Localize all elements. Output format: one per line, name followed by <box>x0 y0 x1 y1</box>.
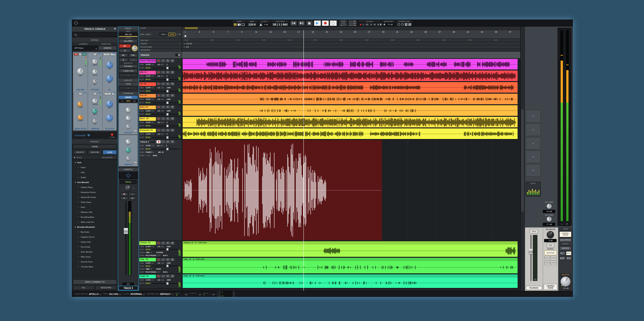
module-button[interactable]: PAD <box>74 53 78 56</box>
record-arm-button[interactable] <box>157 117 161 120</box>
go-to-end-button[interactable] <box>298 20 305 26</box>
talkback-fader-cap[interactable] <box>529 249 533 254</box>
clip-name-label[interactable]: Clap _01 <box>184 258 191 261</box>
global-record-icon[interactable] <box>360 24 362 25</box>
pan-value[interactable]: C <box>166 145 167 147</box>
markers-row-label[interactable]: MARKERS <box>140 49 150 51</box>
track-header[interactable]: Arp_01ISMVIEWCLIPSVOL-2.6100L100RAUTOREA… <box>139 93 182 105</box>
unison-slot[interactable]: Neve 88RS <box>119 39 138 43</box>
automation-mode-button[interactable]: READ <box>120 180 137 184</box>
clock-select[interactable]: INTERNAL <box>131 293 144 295</box>
inserts-section-header[interactable]: INSERTS <box>118 167 139 171</box>
record-arm-button[interactable] <box>157 140 161 143</box>
view-value[interactable]: CLIPS <box>146 98 151 100</box>
track-volume-slider[interactable] <box>152 79 180 80</box>
add-tape-button[interactable]: + <box>119 86 138 90</box>
save-button[interactable]: SAVE <box>103 150 117 155</box>
monitor-db-value[interactable]: -75 dB <box>386 23 394 26</box>
stop-button[interactable] <box>306 20 313 26</box>
view-value[interactable]: CLIPS <box>146 145 151 147</box>
track-lane[interactable] <box>182 140 520 241</box>
track-i-button[interactable]: I <box>161 129 165 132</box>
vol-value[interactable]: -2.6 <box>157 98 160 100</box>
console-module[interactable]: 550LDYN/SCINLMFLFEQ FILTER <box>102 92 116 131</box>
module-knob[interactable] <box>92 99 97 104</box>
console-search-input[interactable] <box>73 32 117 37</box>
console-module[interactable]: 560LPRESNTYPEHFHMFEQ <box>102 52 116 91</box>
out-value[interactable]: MAIN <box>153 155 157 157</box>
track-header[interactable]: Bass _01ISMVIEWCLIPSVOL-2.6PANCAUTOREAD <box>139 116 182 128</box>
utility-section-header[interactable]: UTILITY <box>118 78 139 82</box>
strip-m-button[interactable]: M <box>129 197 136 200</box>
dim-amount-knob[interactable] <box>547 231 554 238</box>
audio-clip[interactable] <box>183 70 518 81</box>
module-knob[interactable] <box>93 119 97 123</box>
track-lane[interactable] <box>182 128 520 140</box>
view-value[interactable]: CLIPS <box>146 121 151 123</box>
favorites-label[interactable]: FAVORITES <box>102 157 113 159</box>
dim-button[interactable]: DIM <box>547 243 554 248</box>
source-monitor-button[interactable]: MONITOR <box>544 251 557 255</box>
mono-button[interactable]: MONO <box>559 256 565 260</box>
audio-clip[interactable] <box>183 59 518 69</box>
global-badge[interactable]: I <box>363 23 364 26</box>
magnet-snap-icon[interactable]: ∩ <box>176 33 178 35</box>
warp-value[interactable]: POLYPHONIC <box>146 254 157 256</box>
pan-value[interactable]: 100R <box>166 87 170 89</box>
signature-value[interactable]: 4/4 <box>186 46 189 48</box>
module-knob[interactable] <box>106 75 113 82</box>
follow-playhead-icon[interactable]: ⇥ <box>178 33 180 36</box>
line-in-button[interactable]: IN <box>119 49 131 53</box>
auto-mode-value[interactable]: READ <box>146 265 150 267</box>
track-name[interactable]: 808_01 <box>139 71 156 74</box>
markers-lane[interactable] <box>182 49 520 52</box>
close-icon[interactable]: ✕ <box>114 27 116 30</box>
console-module[interactable]: GATE/EXPIN <box>118 103 138 135</box>
module-knob[interactable] <box>106 62 113 68</box>
preset-item[interactable]: Kick1 <box>72 165 117 170</box>
preset-group[interactable]: ▾Brendan Morawski <box>72 224 117 229</box>
track-lane[interactable] <box>182 116 520 128</box>
preset-item[interactable]: Thunder Bass <box>72 264 117 269</box>
track-m-button[interactable]: M <box>170 140 174 143</box>
module-in-button[interactable]: IN <box>134 161 137 163</box>
pan-value[interactable]: 100R <box>166 110 170 112</box>
module-button[interactable]: DYN/SC <box>104 92 111 95</box>
mode-value[interactable]: TIME <box>146 252 150 253</box>
track-lane[interactable]: Chimes_01G ♪ 0.00 semi <box>182 241 520 257</box>
loop-ruler[interactable] <box>182 26 520 30</box>
rename-button[interactable]: RENAME <box>88 150 102 155</box>
preset-item[interactable]: Smooth Keys <box>72 259 117 264</box>
audio-device-select[interactable]: APOLLO <box>89 293 100 295</box>
in-value[interactable]: B S/PDIF <box>156 252 163 253</box>
vertical-scrollbar[interactable] <box>521 26 525 291</box>
vol-value[interactable]: -2.6 <box>157 279 160 281</box>
view-value[interactable]: CLIPS <box>146 87 151 89</box>
track-i-button[interactable]: I <box>161 242 165 245</box>
slider-handle[interactable] <box>166 78 168 81</box>
preset-item[interactable]: Big Snare <box>72 229 117 234</box>
vol-value[interactable]: -2.6 <box>157 75 160 77</box>
record-button[interactable] <box>322 20 329 26</box>
console-section-header[interactable]: CONSOLE <box>118 91 139 95</box>
bar-ruler[interactable]: 1357911131517192123252729313335373941434… <box>182 30 520 39</box>
grid-setting-button[interactable]: GRID ▾ <box>160 33 167 36</box>
warp-value[interactable]: POLYPHONIC <box>146 271 157 273</box>
auto-mode-value[interactable]: READ <box>146 67 150 69</box>
track-s-button[interactable]: S <box>166 242 170 245</box>
apply-current-to-button[interactable]: APPLY CURRENT TO <box>73 279 117 285</box>
cue-slot-add[interactable]: + <box>526 137 541 150</box>
view-value[interactable]: CLIPS <box>146 279 151 281</box>
alt1-trim-knob[interactable] <box>547 204 552 209</box>
track-volume-slider[interactable] <box>152 137 180 138</box>
snap-toggle[interactable]: SNAP <box>168 33 175 36</box>
tempo-expand-icon[interactable]: › <box>180 42 180 45</box>
record-arm-button[interactable] <box>157 71 161 74</box>
click-db-value[interactable]: 0 dB <box>263 23 269 26</box>
source-cue4-button[interactable]: CUE 4 <box>551 261 557 265</box>
record-arm-button[interactable] <box>157 106 161 109</box>
track-volume-slider[interactable] <box>152 102 180 103</box>
view-value[interactable]: CLIPS <box>146 262 151 264</box>
playhead[interactable] <box>303 30 304 291</box>
tempo-value[interactable]: 120.00 <box>186 43 192 45</box>
